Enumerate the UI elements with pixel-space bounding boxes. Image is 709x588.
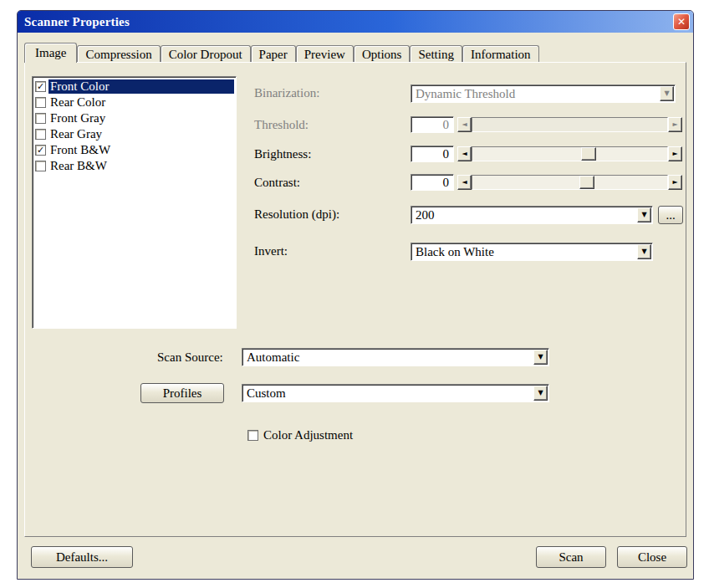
threshold-value-input: 0: [411, 116, 454, 133]
tab-paper[interactable]: Paper: [251, 45, 296, 62]
contrast-left-arrow-button[interactable]: ◄: [457, 175, 472, 190]
scan-button[interactable]: Scan: [536, 546, 606, 568]
chevron-down-icon: ▼: [538, 354, 543, 360]
scan-source-value: Automatic: [242, 349, 533, 366]
close-button[interactable]: ✕: [673, 13, 690, 30]
list-item-front-bw[interactable]: ✓ Front B&W: [34, 142, 234, 158]
scanner-properties-dialog: Scanner Properties ✕ Image Compression C…: [17, 10, 694, 580]
check-icon: ✓: [37, 82, 44, 91]
left-arrow-icon: ◄: [462, 151, 467, 157]
tab-color-dropout[interactable]: Color Dropout: [161, 45, 251, 62]
check-icon: ✓: [37, 146, 44, 155]
tab-image[interactable]: Image: [24, 43, 77, 63]
tab-setting[interactable]: Setting: [410, 45, 462, 62]
list-item-label: Front Gray: [48, 111, 234, 125]
invert-dropdown-button[interactable]: ▼: [637, 244, 651, 259]
titlebar[interactable]: Scanner Properties ✕: [18, 11, 693, 33]
tab-information[interactable]: Information: [462, 45, 539, 62]
image-tab-panel: ✓ Front Color Rear Color Front Gray Rear…: [24, 62, 686, 537]
tab-compression[interactable]: Compression: [77, 45, 160, 62]
list-item-label: Front B&W: [48, 143, 234, 157]
binarization-label: Binarization:: [254, 86, 319, 100]
tab-options[interactable]: Options: [354, 45, 411, 62]
scan-source-dropdown-button[interactable]: ▼: [533, 350, 548, 365]
profiles-dropdown[interactable]: Custom ▼: [242, 384, 549, 402]
resolution-dropdown[interactable]: 200 ▼: [411, 206, 653, 224]
brightness-slider-track[interactable]: [472, 146, 668, 161]
left-arrow-icon: ◄: [462, 121, 467, 128]
right-arrow-icon: ►: [672, 151, 677, 157]
resolution-label: Resolution (dpi):: [254, 207, 339, 222]
defaults-button[interactable]: Defaults...: [31, 546, 133, 568]
color-adjustment-checkbox[interactable]: [247, 430, 258, 441]
threshold-left-arrow-button: ◄: [457, 117, 472, 132]
brightness-right-arrow-button[interactable]: ►: [668, 146, 682, 161]
brightness-left-arrow-button[interactable]: ◄: [457, 146, 472, 161]
scan-source-label: Scan Source:: [157, 350, 223, 365]
left-arrow-icon: ◄: [462, 179, 467, 186]
right-arrow-icon: ►: [672, 121, 677, 128]
window-title: Scanner Properties: [24, 15, 673, 29]
list-item-rear-bw[interactable]: Rear B&W: [34, 158, 234, 174]
checkbox-front-color[interactable]: ✓: [35, 81, 46, 92]
list-item-rear-gray[interactable]: Rear Gray: [34, 126, 234, 142]
list-item-label: Front Color: [48, 79, 234, 94]
scan-source-dropdown[interactable]: Automatic ▼: [242, 348, 549, 366]
checkbox-front-gray[interactable]: [35, 113, 46, 124]
brightness-label: Brightness:: [254, 147, 311, 161]
list-item-front-gray[interactable]: Front Gray: [34, 110, 234, 126]
list-item-front-color[interactable]: ✓ Front Color: [34, 79, 234, 95]
checkbox-rear-gray[interactable]: [35, 129, 46, 140]
image-type-list[interactable]: ✓ Front Color Rear Color Front Gray Rear…: [32, 76, 237, 329]
binarization-dropdown: Dynamic Threshold ▼: [411, 84, 676, 103]
profiles-dropdown-button[interactable]: ▼: [533, 386, 548, 401]
brightness-value-input[interactable]: 0: [411, 146, 454, 162]
tab-preview[interactable]: Preview: [296, 45, 354, 62]
close-icon: ✕: [677, 16, 686, 28]
chevron-down-icon: ▼: [664, 90, 669, 97]
color-adjustment-label: Color Adjustment: [263, 428, 353, 442]
list-item-rear-color[interactable]: Rear Color: [34, 95, 234, 110]
resolution-dropdown-button[interactable]: ▼: [637, 207, 651, 222]
list-item-label: Rear Color: [48, 95, 234, 110]
threshold-right-arrow-button: ►: [668, 117, 682, 132]
binarization-value: Dynamic Threshold: [411, 85, 659, 102]
close-dialog-button[interactable]: Close: [617, 546, 687, 568]
list-item-label: Rear B&W: [48, 159, 234, 173]
contrast-slider-thumb[interactable]: [579, 176, 594, 189]
profiles-value: Custom: [242, 385, 533, 401]
checkbox-front-bw[interactable]: ✓: [35, 145, 46, 156]
chevron-down-icon: ▼: [538, 390, 543, 396]
list-item-label: Rear Gray: [48, 127, 234, 141]
tab-strip: Image Compression Color Dropout Paper Pr…: [24, 42, 539, 62]
chevron-down-icon: ▼: [641, 212, 646, 218]
invert-dropdown[interactable]: Black on White ▼: [411, 243, 653, 261]
profiles-button[interactable]: Profiles: [140, 383, 224, 403]
threshold-label: Threshold:: [254, 118, 309, 132]
checkbox-rear-color[interactable]: [35, 97, 46, 108]
contrast-label: Contrast:: [254, 176, 300, 190]
checkbox-rear-bw[interactable]: [35, 161, 46, 171]
resolution-more-button[interactable]: ...: [658, 206, 683, 224]
threshold-slider-track: [472, 117, 668, 132]
contrast-right-arrow-button[interactable]: ►: [668, 175, 682, 190]
chevron-down-icon: ▼: [641, 248, 646, 255]
contrast-slider-track[interactable]: [472, 175, 668, 190]
invert-value: Black on White: [411, 243, 636, 260]
brightness-slider-thumb[interactable]: [581, 147, 596, 161]
binarization-dropdown-button: ▼: [660, 86, 674, 101]
resolution-value: 200: [411, 207, 636, 223]
right-arrow-icon: ►: [672, 179, 677, 186]
invert-label: Invert:: [254, 244, 288, 258]
contrast-value-input[interactable]: 0: [411, 174, 454, 191]
